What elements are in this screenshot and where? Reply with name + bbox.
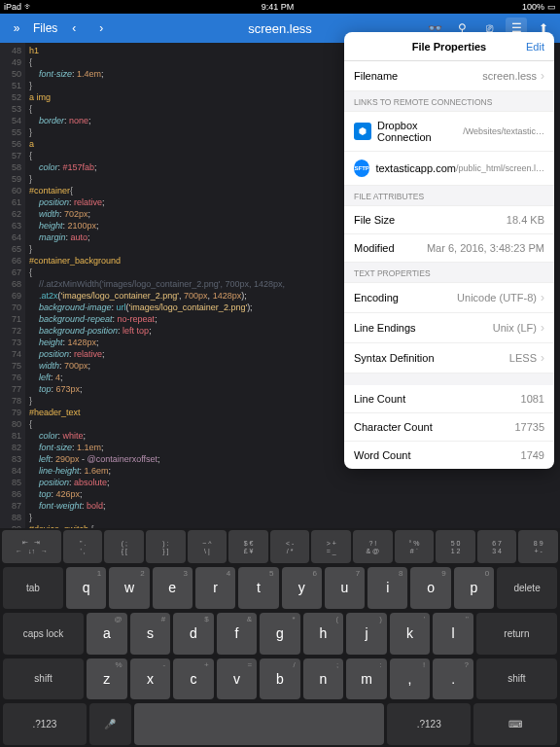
key-a[interactable]: a@	[87, 613, 127, 655]
key-u[interactable]: u7	[325, 567, 365, 609]
filename-row[interactable]: Filenamescreen.less›	[344, 61, 554, 91]
mic-key[interactable]: 🎤	[89, 703, 131, 745]
panel-header: File Properties Edit	[344, 32, 554, 61]
key-y[interactable]: y6	[282, 567, 322, 609]
key-q[interactable]: q1	[66, 567, 106, 609]
sym-group[interactable]: ) :} ]	[146, 530, 186, 563]
document-title: screen.less	[248, 21, 312, 36]
delete-key[interactable]: delete	[497, 567, 557, 609]
nums-key[interactable]: .?123	[387, 703, 471, 745]
key-t[interactable]: t5	[238, 567, 278, 609]
key-i[interactable]: i8	[368, 567, 407, 609]
sym-group[interactable]: 5 01 2	[436, 530, 475, 563]
sftp-icon: SFTP	[354, 160, 369, 177]
key-n[interactable]: n;	[303, 658, 344, 700]
sym-group[interactable]: < -/ *	[270, 530, 310, 563]
key-g[interactable]: g*	[260, 613, 300, 655]
lineendings-row[interactable]: Line EndingsUnix (LF)›	[344, 313, 554, 343]
key-f[interactable]: f&	[217, 613, 258, 655]
edit-button[interactable]: Edit	[526, 41, 544, 53]
line-gutter: 4849505152535455565758596061626364656667…	[0, 43, 25, 528]
sym-group[interactable]: 6 73 4	[477, 530, 517, 563]
key-o[interactable]: o9	[410, 567, 450, 609]
linecount-row: Line Count1081	[344, 385, 554, 413]
back-icon[interactable]: ‹	[63, 18, 85, 39]
key-x[interactable]: x-	[130, 658, 171, 700]
sym-group[interactable]: ? !& @	[353, 530, 393, 563]
dropbox-row[interactable]: ⬢ Dropbox Connection/Websites/textastic…	[344, 112, 554, 152]
sym-group[interactable]: ~ ^\ |	[188, 530, 228, 563]
key-r[interactable]: r4	[195, 567, 235, 609]
sym-group[interactable]: ( ;{ [	[104, 530, 144, 563]
key-j[interactable]: j)	[346, 613, 387, 655]
nums-key[interactable]: .?123	[3, 703, 87, 745]
cursor-keys[interactable]: ⇤⇥←↓↑→	[2, 530, 61, 563]
sym-group[interactable]: ° %# `	[395, 530, 435, 563]
key-m[interactable]: m:	[346, 658, 387, 700]
key-c[interactable]: c+	[173, 658, 214, 700]
keyboard: ⇤⇥←↓↑→ " .' , ( ;{ [ ) :} ] ~ ^\ | $ €£ …	[0, 528, 560, 747]
capslock-key[interactable]: caps lock	[3, 613, 84, 655]
sym-group[interactable]: $ €£ ¥	[228, 530, 268, 563]
shift-key[interactable]: shift	[3, 658, 84, 700]
hide-keyboard-key[interactable]: ⌨	[473, 703, 557, 745]
return-key[interactable]: return	[476, 613, 557, 655]
sym-group[interactable]: 8 9+ -	[518, 530, 558, 563]
encoding-row[interactable]: EncodingUnicode (UTF-8)›	[344, 283, 554, 313]
key-h[interactable]: h(	[303, 613, 344, 655]
key-e[interactable]: e3	[153, 567, 192, 609]
text-section-header: TEXT PROPERTIES	[344, 263, 554, 283]
syntax-row[interactable]: Syntax DefinitionLESS›	[344, 343, 554, 374]
wordcount-row: Word Count1749	[344, 442, 554, 469]
key-d[interactable]: d$	[173, 613, 214, 655]
file-properties-panel: File Properties Edit Filenamescreen.less…	[344, 32, 554, 469]
sftp-row[interactable]: SFTP textasticapp.com/public_html/screen…	[344, 152, 554, 186]
key-z[interactable]: z%	[87, 658, 127, 700]
symbol-row: ⇤⇥←↓↑→ " .' , ( ;{ [ ) :} ] ~ ^\ | $ €£ …	[0, 528, 560, 565]
attr-section-header: FILE ATTRIBUTES	[344, 186, 554, 206]
dropbox-icon: ⬢	[354, 123, 371, 140]
forward-icon[interactable]: ›	[90, 18, 112, 39]
sym-group[interactable]: > += _	[311, 530, 351, 563]
status-bar: iPadᯤ 9:41 PM 100%▭	[0, 0, 560, 14]
tab-key[interactable]: tab	[3, 567, 63, 609]
space-key[interactable]	[134, 703, 385, 745]
key-k[interactable]: k'	[390, 613, 431, 655]
key-b[interactable]: b/	[260, 658, 300, 700]
key-l[interactable]: l"	[433, 613, 473, 655]
charcount-row: Character Count17735	[344, 413, 554, 442]
key-.[interactable]: .?	[433, 658, 473, 700]
key-w[interactable]: w2	[109, 567, 149, 609]
key-v[interactable]: v=	[217, 658, 258, 700]
links-section-header: LINKS TO REMOTE CONNECTIONS	[344, 91, 554, 112]
key-,[interactable]: ,!	[390, 658, 431, 700]
shift-key[interactable]: shift	[476, 658, 557, 700]
key-s[interactable]: s#	[130, 613, 171, 655]
filesize-row: File Size18.4 KB	[344, 206, 554, 234]
menu-icon[interactable]: »	[6, 18, 27, 39]
files-button[interactable]: Files	[33, 21, 57, 35]
modified-row: ModifiedMar 6, 2016, 3:48:23 PM	[344, 234, 554, 263]
key-p[interactable]: p0	[454, 567, 494, 609]
sym-group[interactable]: " .' ,	[63, 530, 103, 563]
